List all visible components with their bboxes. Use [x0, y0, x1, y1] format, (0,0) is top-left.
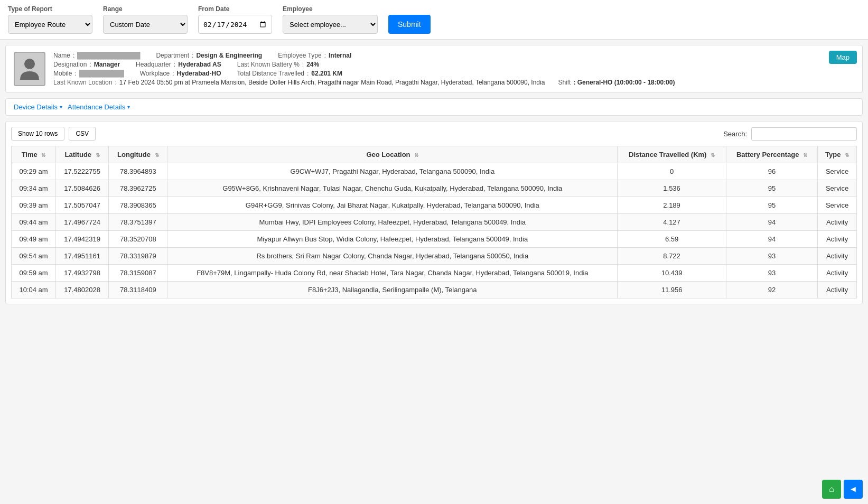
table-row: 09:39 am 17.5057047 78.3908365 G94R+GG9,…	[12, 197, 857, 214]
col-longitude[interactable]: Longitude ⇅	[109, 146, 167, 163]
cell-time: 09:34 am	[12, 180, 56, 197]
cell-distance: 4.127	[618, 214, 726, 231]
table-row: 09:34 am 17.5084626 78.3962725 G95W+8G6,…	[12, 180, 857, 197]
workplace-label: Workplace	[140, 70, 170, 77]
headquarter-label: Headquarter	[136, 61, 171, 68]
mobile-label: Mobile	[53, 70, 72, 77]
avatar	[14, 52, 45, 86]
cell-distance: 2.189	[618, 197, 726, 214]
cell-type: Activity	[818, 265, 857, 282]
cell-latitude: 17.4932798	[56, 265, 109, 282]
cell-geo: G94R+GG9, Srinivas Colony, Jai Bharat Na…	[167, 197, 618, 214]
table-row: 09:59 am 17.4932798 78.3159087 F8V8+79M,…	[12, 265, 857, 282]
cell-geo: Mumbai Hwy, IDPI Employees Colony, Hafee…	[167, 214, 618, 231]
table-section: Show 10 rows CSV Search: Time ⇅ Latitude…	[5, 121, 863, 304]
table-row: 09:54 am 17.4951161 78.3319879 Rs brothe…	[12, 248, 857, 265]
attendance-details-button[interactable]: Attendance Details ▾	[68, 103, 130, 111]
cell-latitude: 17.5057047	[56, 197, 109, 214]
last-known-value: 17 Feb 2024 05:50 pm at Prameela Mansion…	[119, 79, 545, 86]
search-input[interactable]	[751, 127, 857, 141]
cell-distance: 11.956	[618, 282, 726, 298]
employee-label: Employee	[283, 5, 378, 13]
shift-value: : General-HO (10:00:00 - 18:00:00)	[573, 79, 675, 86]
total-distance-label: Total Distance Travelled	[237, 70, 304, 77]
svg-point-0	[24, 59, 35, 69]
last-battery-label: Last Known Battery %	[237, 61, 300, 68]
col-latitude[interactable]: Latitude ⇅	[56, 146, 109, 163]
table-row: 09:49 am 17.4942319 78.3520708 Miyapur A…	[12, 231, 857, 248]
col-battery[interactable]: Battery Percentage ⇅	[726, 146, 817, 163]
cell-battery: 95	[726, 180, 817, 197]
cell-time: 09:54 am	[12, 248, 56, 265]
total-distance-value: 62.201 KM	[311, 70, 342, 77]
table-controls-left: Show 10 rows CSV	[11, 127, 96, 141]
from-date-group: From Date	[198, 5, 272, 34]
cell-longitude: 78.3908365	[109, 197, 167, 214]
range-label: Range	[103, 5, 188, 13]
employee-type-value: Internal	[329, 52, 351, 59]
cell-battery: 93	[726, 265, 817, 282]
cell-latitude: 17.4951161	[56, 248, 109, 265]
col-type[interactable]: Type ⇅	[818, 146, 857, 163]
headquarter-value: Hyderabad AS	[178, 61, 221, 68]
cell-time: 10:04 am	[12, 282, 56, 298]
cell-longitude: 78.3751397	[109, 214, 167, 231]
show-rows-button[interactable]: Show 10 rows	[11, 127, 64, 141]
submit-button[interactable]: Submit	[388, 15, 431, 34]
profile-section: Name : ██████████████ Department : Desig…	[5, 45, 863, 93]
details-bar: Device Details ▾ Attendance Details ▾	[5, 98, 863, 116]
cell-type: Activity	[818, 282, 857, 298]
employee-type-label: Employee Type	[278, 52, 322, 59]
col-distance[interactable]: Distance Travelled (Km) ⇅	[618, 146, 726, 163]
sort-time-icon: ⇅	[41, 152, 45, 158]
cell-battery: 94	[726, 231, 817, 248]
cell-distance: 6.59	[618, 231, 726, 248]
attendance-details-label: Attendance Details	[68, 103, 125, 111]
report-type-group: Type of Report Employee Route	[8, 5, 92, 34]
last-battery-value: 24%	[306, 61, 319, 68]
cell-time: 09:44 am	[12, 214, 56, 231]
cell-distance: 8.722	[618, 248, 726, 265]
cell-longitude: 78.3319879	[109, 248, 167, 265]
cell-type: Activity	[818, 214, 857, 231]
cell-latitude: 17.5222755	[56, 163, 109, 180]
col-geo[interactable]: Geo Location ⇅	[167, 146, 618, 163]
cell-battery: 92	[726, 282, 817, 298]
attendance-details-chevron-icon: ▾	[127, 104, 130, 110]
cell-longitude: 78.3159087	[109, 265, 167, 282]
top-bar: Type of Report Employee Route Range Cust…	[0, 0, 868, 40]
cell-distance: 0	[618, 163, 726, 180]
cell-type: Service	[818, 180, 857, 197]
cell-geo: Rs brothers, Sri Ram Nagar Colony, Chand…	[167, 248, 618, 265]
cell-battery: 96	[726, 163, 817, 180]
cell-time: 09:29 am	[12, 163, 56, 180]
shift-label: Shift	[558, 79, 571, 86]
employee-group: Employee Select employee...	[283, 5, 378, 34]
cell-longitude: 78.3964893	[109, 163, 167, 180]
department-label: Department	[156, 52, 189, 59]
cell-type: Activity	[818, 248, 857, 265]
cell-battery: 95	[726, 197, 817, 214]
device-details-button[interactable]: Device Details ▾	[14, 103, 62, 111]
report-type-select[interactable]: Employee Route	[8, 15, 92, 34]
employee-select[interactable]: Select employee...	[283, 15, 378, 34]
map-button[interactable]: Map	[829, 51, 857, 64]
device-details-chevron-icon: ▾	[60, 104, 62, 110]
range-select[interactable]: Custom Date	[103, 15, 188, 34]
table-row: 10:04 am 17.4802028 78.3118409 F8J6+2J3,…	[12, 282, 857, 298]
cell-battery: 94	[726, 214, 817, 231]
mobile-value: ██████████	[79, 70, 124, 77]
csv-button[interactable]: CSV	[69, 127, 96, 141]
cell-time: 09:39 am	[12, 197, 56, 214]
cell-latitude: 17.4942319	[56, 231, 109, 248]
name-label: Name	[53, 52, 70, 59]
from-date-label: From Date	[198, 5, 272, 13]
col-time[interactable]: Time ⇅	[12, 146, 56, 163]
cell-geo: F8J6+2J3, Nallagandla, Serilingampalle (…	[167, 282, 618, 298]
from-date-input[interactable]	[198, 15, 272, 34]
cell-time: 09:59 am	[12, 265, 56, 282]
cell-geo: G95W+8G6, Krishnaveni Nagar, Tulasi Naga…	[167, 180, 618, 197]
cell-geo: F8V8+79M, Lingampally- Huda Colony Rd, n…	[167, 265, 618, 282]
cell-type: Service	[818, 197, 857, 214]
cell-latitude: 17.5084626	[56, 180, 109, 197]
